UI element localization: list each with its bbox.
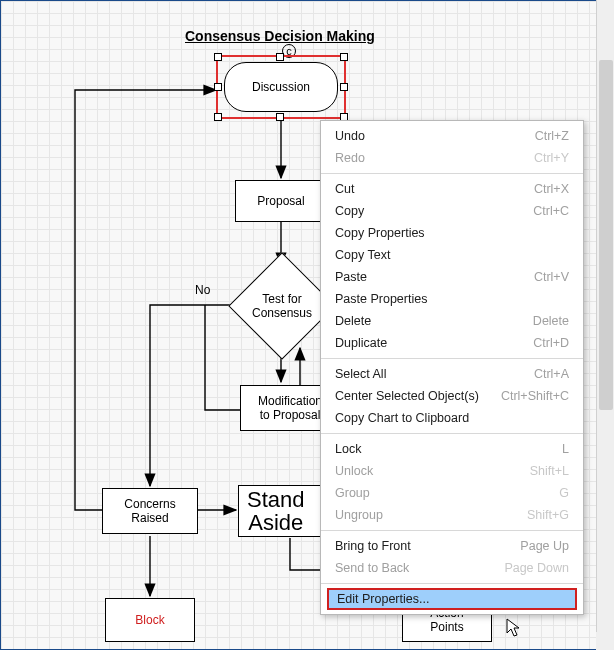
menu-separator bbox=[321, 173, 583, 174]
menu-paste[interactable]: Paste Ctrl+V bbox=[321, 266, 583, 288]
menu-unlock[interactable]: Unlock Shift+L bbox=[321, 460, 583, 482]
node-label: Concerns Raised bbox=[124, 497, 175, 525]
menu-shortcut: Ctrl+X bbox=[534, 182, 569, 196]
menu-shortcut: Ctrl+D bbox=[533, 336, 569, 350]
menu-shortcut: Delete bbox=[533, 314, 569, 328]
menu-shortcut: Ctrl+Y bbox=[534, 151, 569, 165]
menu-paste-properties[interactable]: Paste Properties bbox=[321, 288, 583, 310]
edge-label-no: No bbox=[195, 283, 210, 297]
menu-duplicate[interactable]: Duplicate Ctrl+D bbox=[321, 332, 583, 354]
menu-bring-to-front[interactable]: Bring to Front Page Up bbox=[321, 535, 583, 557]
menu-shortcut: G bbox=[559, 486, 569, 500]
menu-delete[interactable]: Delete Delete bbox=[321, 310, 583, 332]
menu-lock[interactable]: Lock L bbox=[321, 438, 583, 460]
menu-label: Send to Back bbox=[335, 561, 409, 575]
scrollbar-corner bbox=[596, 632, 614, 650]
menu-group[interactable]: Group G bbox=[321, 482, 583, 504]
menu-undo[interactable]: Undo Ctrl+Z bbox=[321, 125, 583, 147]
menu-redo[interactable]: Redo Ctrl+Y bbox=[321, 147, 583, 169]
menu-label: Copy Properties bbox=[335, 226, 425, 240]
menu-separator bbox=[321, 358, 583, 359]
menu-label: Bring to Front bbox=[335, 539, 411, 553]
menu-separator bbox=[321, 583, 583, 584]
menu-label: Redo bbox=[335, 151, 365, 165]
menu-shortcut: Ctrl+Shift+C bbox=[501, 389, 569, 403]
menu-shortcut: L bbox=[562, 442, 569, 456]
menu-separator bbox=[321, 433, 583, 434]
menu-label: Delete bbox=[335, 314, 371, 328]
node-label: Stand Aside bbox=[247, 488, 305, 534]
menu-copy-chart[interactable]: Copy Chart to Clipboard bbox=[321, 407, 583, 429]
menu-label: Copy Text bbox=[335, 248, 390, 262]
node-label: Modification to Proposal bbox=[258, 394, 322, 422]
selection-outline bbox=[216, 55, 346, 119]
menu-separator bbox=[321, 530, 583, 531]
menu-center-selected[interactable]: Center Selected Object(s) Ctrl+Shift+C bbox=[321, 385, 583, 407]
menu-label: Cut bbox=[335, 182, 354, 196]
menu-label: Undo bbox=[335, 129, 365, 143]
context-menu: Undo Ctrl+Z Redo Ctrl+Y Cut Ctrl+X Copy … bbox=[320, 120, 584, 615]
menu-copy-text[interactable]: Copy Text bbox=[321, 244, 583, 266]
menu-label: Edit Properties... bbox=[337, 592, 429, 606]
menu-shortcut: Shift+L bbox=[530, 464, 569, 478]
menu-label: Group bbox=[335, 486, 370, 500]
vertical-scrollbar[interactable] bbox=[596, 0, 614, 640]
node-block[interactable]: Block bbox=[105, 598, 195, 642]
menu-label: Duplicate bbox=[335, 336, 387, 350]
menu-label: Ungroup bbox=[335, 508, 383, 522]
menu-shortcut: Ctrl+Z bbox=[535, 129, 569, 143]
menu-shortcut: Shift+G bbox=[527, 508, 569, 522]
menu-cut[interactable]: Cut Ctrl+X bbox=[321, 178, 583, 200]
node-proposal[interactable]: Proposal bbox=[235, 180, 327, 222]
menu-shortcut: Page Down bbox=[504, 561, 569, 575]
menu-copy-properties[interactable]: Copy Properties bbox=[321, 222, 583, 244]
menu-edit-properties[interactable]: Edit Properties... bbox=[327, 588, 577, 610]
menu-label: Paste Properties bbox=[335, 292, 427, 306]
menu-send-to-back[interactable]: Send to Back Page Down bbox=[321, 557, 583, 579]
menu-ungroup[interactable]: Ungroup Shift+G bbox=[321, 504, 583, 526]
menu-label: Paste bbox=[335, 270, 367, 284]
menu-shortcut: Page Up bbox=[520, 539, 569, 553]
diagram-title: Consensus Decision Making bbox=[185, 28, 375, 44]
node-concerns-raised[interactable]: Concerns Raised bbox=[102, 488, 198, 534]
menu-label: Select All bbox=[335, 367, 386, 381]
menu-label: Copy Chart to Clipboard bbox=[335, 411, 469, 425]
menu-shortcut: Ctrl+C bbox=[533, 204, 569, 218]
menu-shortcut: Ctrl+V bbox=[534, 270, 569, 284]
menu-label: Lock bbox=[335, 442, 361, 456]
menu-label: Unlock bbox=[335, 464, 373, 478]
node-label: Test for Consensus bbox=[252, 292, 312, 321]
node-label: Block bbox=[135, 613, 164, 627]
menu-label: Copy bbox=[335, 204, 364, 218]
menu-copy[interactable]: Copy Ctrl+C bbox=[321, 200, 583, 222]
menu-select-all[interactable]: Select All Ctrl+A bbox=[321, 363, 583, 385]
node-test-for-consensus[interactable]: Test for Consensus bbox=[244, 268, 320, 344]
node-label: Proposal bbox=[257, 194, 304, 208]
menu-shortcut: Ctrl+A bbox=[534, 367, 569, 381]
scrollbar-thumb[interactable] bbox=[599, 60, 613, 410]
menu-label: Center Selected Object(s) bbox=[335, 389, 479, 403]
